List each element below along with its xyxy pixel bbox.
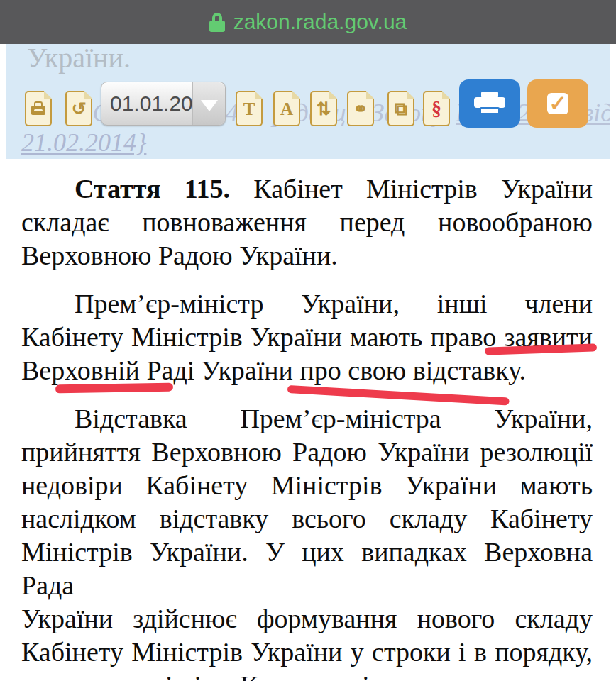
p3-line6: України здійснює формування нового склад… [21, 602, 593, 636]
tree-structure-glyph: ⧉ [395, 100, 407, 118]
select-text-button[interactable]: ✓ [527, 79, 588, 128]
p3-line1: Відставка Прем’єр-міністра України, [21, 402, 593, 436]
paragraph-document-icon[interactable]: § [423, 91, 450, 126]
card-document-icon[interactable] [25, 91, 52, 126]
revision-date-select[interactable]: 01.01.2020 [101, 82, 226, 126]
links-document-icon[interactable]: ⚭ [347, 91, 374, 126]
p3-line2: прийняття Верховною Радою України резолю… [21, 436, 593, 469]
paragraph-1: Стаття 115. Кабінет Міністрів України ск… [21, 172, 593, 272]
history-document-icon[interactable]: ↺ [65, 91, 92, 126]
article-number: Стаття 115. [75, 174, 230, 204]
history-glyph: ↺ [72, 100, 87, 118]
secure-lock-icon [209, 12, 225, 32]
p3-line4: наслідком відставку всього складу Кабіне… [21, 502, 593, 536]
letter-a-glyph: A [280, 100, 293, 118]
previous-paragraph-tail: України. [27, 44, 131, 74]
letter-t-glyph: T [243, 100, 255, 118]
briefcase-glyph [31, 106, 45, 115]
paragraph-3: Відставка Прем’єр-міністра України, прий… [21, 402, 593, 681]
edition-note-date-link[interactable]: 21.02.2014} [21, 128, 146, 157]
check-glyph: ✓ [549, 93, 566, 114]
revision-date-value: 01.01.2020 [101, 82, 192, 125]
red-underline-verkhovnii-radi [55, 383, 173, 394]
p2-line3: Верховній Раді України про свою відставк… [21, 354, 593, 387]
p3-line5: Міністрів України. У цих випадках Верхов… [21, 536, 593, 602]
p1-line2: складає повноваження перед новообраною [21, 206, 593, 239]
p1-line3: Верховною Радою України. [21, 239, 593, 272]
paragraph-2: Прем’єр-міністр України, інші члени Кабі… [21, 287, 593, 387]
chevron-down-icon [201, 100, 218, 111]
p1-line1-rest: Кабінет Міністрів України [253, 174, 593, 204]
structure-document-icon[interactable]: ⧉ [387, 91, 414, 126]
sort-document-icon[interactable]: ⇅ [310, 91, 337, 126]
article-115-text: Стаття 115. Кабінет Міністрів України ск… [0, 159, 616, 681]
p2-line1: Прем’єр-міністр України, інші члени [21, 287, 593, 321]
p3-line8: що визначені цією Конституцією. [21, 669, 593, 681]
url-text[interactable]: zakon.rada.gov.ua [233, 10, 407, 34]
p1-line1: Стаття 115. Кабінет Міністрів України [21, 172, 593, 206]
browser-address-bar[interactable]: zakon.rada.gov.ua [0, 0, 616, 44]
printer-icon [474, 92, 505, 116]
document-toolbar-panel: України. {Стаття 114 в редакції Закону №… [6, 44, 610, 159]
print-button[interactable] [459, 79, 520, 128]
section-sign-glyph: § [431, 99, 441, 118]
date-dropdown[interactable] [192, 82, 225, 125]
text-small-icon[interactable]: T [236, 91, 263, 126]
p3-line3: недовіри Кабінету Міністрів України мают… [21, 469, 593, 502]
p3-line7: Кабінету Міністрів України у строки і в … [21, 636, 593, 669]
checkbox-icon: ✓ [547, 93, 568, 114]
text-large-icon[interactable]: A [273, 91, 300, 126]
arrows-up-down-glyph: ⇅ [317, 100, 331, 118]
chain-link-glyph: ⚭ [353, 100, 368, 118]
